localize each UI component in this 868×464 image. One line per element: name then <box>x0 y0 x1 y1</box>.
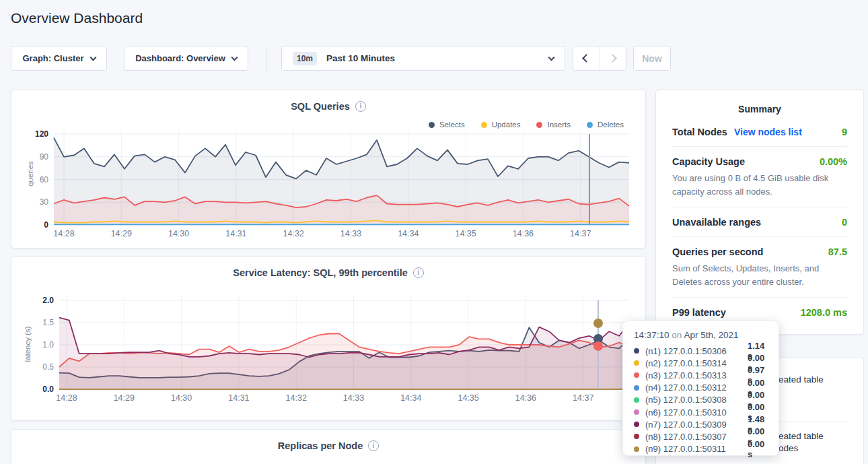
svg-text:1.0: 1.0 <box>42 340 54 350</box>
summary-title: Summary <box>656 90 863 117</box>
chart-hover-tooltip: 14:37:10 on Apr 5th, 2021 (n1) 127.0.0.1… <box>622 321 779 456</box>
event-item-fragment: odes <box>779 443 798 453</box>
svg-text:14:35: 14:35 <box>458 393 478 403</box>
stat-label: Total Nodes <box>672 127 727 137</box>
time-range-dropdown[interactable]: 10m Past 10 Minutes <box>281 46 565 71</box>
svg-text:14:32: 14:32 <box>283 229 304 238</box>
chevron-down-icon <box>231 54 238 61</box>
sql-queries-title-text: SQL Queries <box>291 101 350 112</box>
node-color-dot-icon <box>634 422 639 427</box>
svg-text:1.5: 1.5 <box>42 318 54 327</box>
stat-capacity-usage: Capacity Usage 0.00% You are using 0 B o… <box>672 146 847 207</box>
chevron-down-icon <box>548 54 555 61</box>
info-icon[interactable]: i <box>413 267 424 278</box>
time-nav-group <box>573 46 626 71</box>
time-range-label: Past 10 Minutes <box>326 53 395 63</box>
svg-text:14:36: 14:36 <box>515 393 536 403</box>
sql-queries-chart[interactable]: 14:2814:2914:3014:3114:3214:3314:3414:35… <box>20 125 635 239</box>
node-color-dot-icon <box>634 434 639 439</box>
time-back-button[interactable] <box>573 46 600 70</box>
info-icon[interactable]: i <box>368 440 379 451</box>
stat-label: Capacity Usage <box>672 156 745 167</box>
tooltip-timestamp: 14:37:10 on Apr 5th, 2021 <box>634 330 769 340</box>
stat-value: 9 <box>842 127 847 137</box>
svg-text:14:33: 14:33 <box>343 393 364 403</box>
node-color-dot-icon <box>634 446 639 452</box>
node-color-dot-icon <box>634 348 639 354</box>
tooltip-node-address: (n3) 127.0.0.1:50313 <box>645 370 748 380</box>
svg-text:14:36: 14:36 <box>513 229 534 238</box>
tooltip-node-value: 0.00 s <box>748 439 769 459</box>
stat-label: Unavailable ranges <box>672 217 761 228</box>
stat-description: You are using 0 B of 4.5 GiB usable disk… <box>672 172 847 198</box>
node-color-dot-icon <box>634 385 639 391</box>
svg-text:14:37: 14:37 <box>570 229 591 238</box>
node-color-dot-icon <box>634 372 639 378</box>
sql-hover-line <box>589 134 590 225</box>
svg-text:0.5: 0.5 <box>42 362 54 372</box>
svg-text:0.0: 0.0 <box>42 385 54 394</box>
svg-text:90: 90 <box>40 152 49 162</box>
svg-text:14:32: 14:32 <box>286 393 307 403</box>
view-nodes-list-link[interactable]: View nodes list <box>734 127 802 137</box>
stat-value: 0.00% <box>820 156 847 167</box>
stat-value: 1208.0 ms <box>801 307 847 318</box>
service-latency-title-text: Service Latency: SQL, 99th percentile <box>233 267 408 278</box>
info-icon[interactable]: i <box>355 101 366 112</box>
time-forward-button[interactable] <box>600 46 626 70</box>
event-item-fragment: eated table <box>779 374 824 385</box>
tooltip-node-address: (n2) 127.0.0.1:50314 <box>645 358 748 368</box>
stat-value: 87.5 <box>828 246 847 257</box>
graph-dropdown[interactable]: Graph: Cluster <box>11 46 107 71</box>
chevron-right-icon <box>608 54 617 63</box>
svg-text:14:34: 14:34 <box>398 229 419 238</box>
dashboard-dropdown[interactable]: Dashboard: Overview <box>124 46 248 71</box>
replicas-per-node-card: Replicas per Node i <box>11 429 646 464</box>
tooltip-node-address: (n5) 127.0.0.1:50308 <box>645 395 748 405</box>
svg-text:14:29: 14:29 <box>114 393 135 403</box>
replicas-title-text: Replicas per Node <box>278 440 363 451</box>
tooltip-row-n9: (n9) 127.0.0.1:50311 0.00 s <box>634 443 769 455</box>
svg-text:14:30: 14:30 <box>171 393 192 403</box>
svg-text:60: 60 <box>40 175 49 185</box>
chevron-left-icon <box>582 54 591 63</box>
stat-queries-per-second: Queries per second 87.5 Sum of Selects, … <box>672 236 847 297</box>
overview-dashboard-page: Overview Dashboard Graph: Cluster Dashbo… <box>0 0 868 464</box>
time-range-badge: 10m <box>293 52 317 65</box>
svg-text:14:34: 14:34 <box>400 393 421 403</box>
tooltip-node-address: (n4) 127.0.0.1:50312 <box>645 383 748 393</box>
svg-text:14:29: 14:29 <box>111 229 132 238</box>
node-color-dot-icon <box>634 409 639 415</box>
svg-text:120: 120 <box>35 129 48 139</box>
now-button[interactable]: Now <box>633 46 671 71</box>
latency-hover-dot-n9 <box>593 383 603 392</box>
tooltip-time: 14:37:10 <box>634 330 670 340</box>
tooltip-node-address: (n1) 127.0.0.1:50306 <box>645 346 748 356</box>
tooltip-on-word: on <box>672 330 682 340</box>
svg-text:14:37: 14:37 <box>573 393 593 403</box>
event-item-fragment: eated table <box>779 431 824 441</box>
tooltip-node-address: (n9) 127.0.0.1:50311 <box>645 444 748 454</box>
now-button-label: Now <box>642 53 662 64</box>
svg-text:14:35: 14:35 <box>455 229 476 238</box>
node-color-dot-icon <box>634 360 639 366</box>
svg-text:0: 0 <box>44 220 48 230</box>
page-title: Overview Dashboard <box>11 10 143 26</box>
stat-label: Queries per second <box>672 246 763 257</box>
latency-hover-dot-n3 <box>593 341 603 351</box>
stat-total-nodes: Total Nodes View nodes list 9 <box>672 117 847 146</box>
svg-text:14:33: 14:33 <box>340 229 361 238</box>
service-latency-chart[interactable]: 14:2814:2914:3014:3114:3214:3314:3414:35… <box>20 291 635 404</box>
latency-hover-dot-n7 <box>593 319 603 328</box>
stat-value: 0 <box>842 217 847 228</box>
svg-text:2.0: 2.0 <box>42 296 54 305</box>
dashboard-dropdown-label: Dashboard: Overview <box>135 53 225 63</box>
replicas-title: Replicas per Node i <box>11 440 645 451</box>
summary-stats: Total Nodes View nodes list 9 Capacity U… <box>656 117 863 327</box>
tooltip-node-address: (n7) 127.0.0.1:50309 <box>645 420 748 430</box>
stat-unavailable-ranges: Unavailable ranges 0 <box>672 207 847 236</box>
node-color-dot-icon <box>634 397 639 403</box>
chevron-down-icon <box>89 54 96 61</box>
tooltip-date: Apr 5th, 2021 <box>684 330 738 340</box>
svg-text:14:28: 14:28 <box>53 229 74 238</box>
